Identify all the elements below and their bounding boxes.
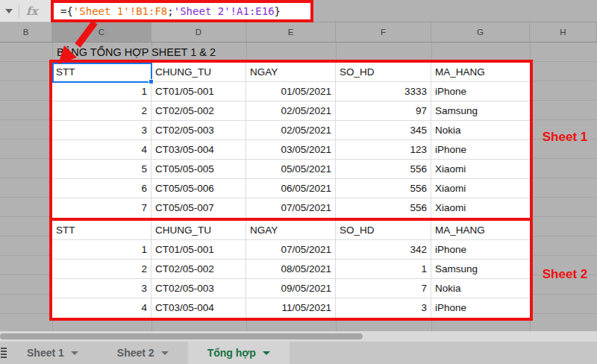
all-sheets-icon[interactable] [0, 342, 7, 364]
cell[interactable]: Xiaomi [431, 198, 530, 218]
cell[interactable]: 3 [336, 298, 431, 318]
cell[interactable]: 7 [52, 198, 151, 218]
cell[interactable]: 123 [336, 140, 431, 160]
table-row: 4CT03/05-00411/05/20213iPhone [52, 298, 530, 318]
cell[interactable]: CT05/05-006 [151, 179, 246, 198]
column-header-E[interactable]: E [246, 22, 336, 42]
cell[interactable]: 2 [52, 101, 151, 121]
cell[interactable]: 5 [52, 160, 151, 179]
cell[interactable]: 6 [52, 179, 151, 198]
table-row: 6CT05/05-00606/05/2021556Xiaomi [52, 179, 530, 198]
cell[interactable]: 02/05/2021 [246, 101, 336, 121]
column-header-B[interactable]: B [0, 22, 52, 42]
sheet-tab-label: Sheet 1 [27, 347, 64, 359]
formula-segment: 'Sheet 2'!A1:E16 [174, 5, 275, 17]
cell[interactable]: iPhone [431, 298, 530, 318]
sheet-tab-label: Sheet 2 [117, 347, 154, 359]
annotation-label-sheet2: Sheet 2 [533, 267, 597, 282]
sheet-grid[interactable]: BẢNG TỔNG HỢP SHEET 1 & 2 STTCHUNG_TUNGA… [0, 43, 597, 331]
cell[interactable]: iPhone [431, 82, 530, 101]
cell[interactable]: CT05/05-007 [151, 198, 246, 218]
header-cell[interactable]: MA_HANG [431, 221, 530, 240]
cell[interactable]: 97 [336, 101, 431, 121]
table-row: 1CT01/05-00107/05/2021342iPhone [52, 240, 530, 260]
sheet-tab-sheet-1[interactable]: Sheet 1 [7, 342, 98, 364]
cell[interactable]: 05/05/2021 [246, 160, 336, 179]
table-row: 5CT05/05-00505/05/2021556Xiaomi [52, 160, 530, 179]
table-row: 1CT01/05-00101/05/20213333iPhone [52, 82, 530, 101]
cell[interactable]: 1 [52, 240, 151, 260]
cell[interactable]: 1 [52, 82, 151, 101]
cell[interactable]: CT01/05-001 [151, 82, 246, 101]
cell[interactable]: 07/05/2021 [246, 240, 336, 260]
cell[interactable]: CT01/05-001 [151, 240, 246, 260]
cell[interactable]: Samsung [431, 260, 530, 279]
name-box-dropdown-icon[interactable] [5, 9, 13, 13]
header-cell[interactable]: SO_HD [336, 221, 431, 240]
cell[interactable]: 345 [336, 121, 431, 140]
tab-dropdown-icon[interactable] [161, 351, 169, 355]
cell[interactable]: CT02/05-003 [151, 279, 246, 298]
horizontal-scrollbar [0, 331, 597, 342]
cell[interactable]: 11/05/2021 [246, 298, 336, 318]
cell[interactable]: 08/05/2021 [246, 260, 336, 279]
table-header-row: STTCHUNG_TUNGAYSO_HDMA_HANG [52, 63, 530, 82]
cell[interactable]: 07/05/2021 [246, 198, 336, 218]
sheet-tab-label: Tổng hợp [207, 347, 256, 359]
cell[interactable]: 06/05/2021 [246, 179, 336, 198]
cell[interactable]: CT02/05-002 [151, 101, 246, 121]
cell[interactable]: 09/05/2021 [246, 279, 336, 298]
cell[interactable]: Nokia [431, 279, 530, 298]
tab-dropdown-icon[interactable] [263, 351, 270, 355]
header-cell[interactable]: MA_HANG [431, 63, 530, 82]
cell[interactable]: 01/05/2021 [246, 82, 336, 101]
cell[interactable]: 4 [52, 298, 151, 318]
formula-input[interactable]: ={'Sheet 1'!B1:F8;'Sheet 2'!A1:E16} [51, 0, 313, 22]
header-cell[interactable]: STT [52, 221, 151, 240]
cell[interactable]: 4 [52, 140, 151, 160]
cell[interactable]: CT02/05-003 [151, 121, 246, 140]
cell[interactable]: 3 [52, 121, 151, 140]
header-cell[interactable]: CHUNG_TU [151, 221, 246, 240]
cell[interactable]: 342 [336, 240, 431, 260]
cell[interactable]: 02/05/2021 [246, 121, 336, 140]
cell[interactable]: 2 [52, 260, 151, 279]
cell[interactable]: CT03/05-004 [151, 140, 246, 160]
cell[interactable]: 1 [336, 260, 431, 279]
column-header-D[interactable]: D [151, 22, 246, 42]
column-header-F[interactable]: F [336, 22, 431, 42]
cell[interactable]: iPhone [431, 240, 530, 260]
cell[interactable]: 556 [336, 179, 431, 198]
tab-dropdown-icon[interactable] [71, 351, 78, 355]
cell[interactable]: 7 [336, 279, 431, 298]
column-header-H[interactable]: H [530, 22, 597, 42]
formula-bar-left: fx [0, 0, 52, 22]
cell[interactable]: Xiaomi [431, 160, 530, 179]
cell[interactable]: Nokia [431, 121, 530, 140]
cell[interactable]: CT03/05-004 [151, 298, 246, 318]
annotation-box-sheet1: STTCHUNG_TUNGAYSO_HDMA_HANG1CT01/05-0010… [49, 60, 533, 221]
table-row: 3CT02/05-00302/05/2021345Nokia [52, 121, 530, 140]
column-header-G[interactable]: G [431, 22, 530, 42]
cell[interactable]: CT02/05-002 [151, 260, 246, 279]
cell[interactable]: Xiaomi [431, 179, 530, 198]
cell[interactable]: 556 [336, 160, 431, 179]
header-cell[interactable]: SO_HD [336, 63, 431, 82]
header-cell[interactable]: NGAY [246, 63, 336, 82]
spreadsheet-app: fx ={'Sheet 1'!B1:F8;'Sheet 2'!A1:E16} B… [0, 0, 597, 364]
column-header-row: BCDEFGH [0, 22, 597, 43]
header-cell[interactable]: CHUNG_TU [151, 63, 246, 82]
cell[interactable]: 556 [336, 198, 431, 218]
header-cell[interactable]: NGAY [246, 221, 336, 240]
cell[interactable]: 3 [52, 279, 151, 298]
header-cell[interactable]: STT [52, 63, 151, 82]
cell[interactable]: CT05/05-005 [151, 160, 246, 179]
cell[interactable]: Samsung [431, 101, 530, 121]
column-header-C[interactable]: C [52, 22, 151, 42]
sheet-tab-sheet-2[interactable]: Sheet 2 [98, 342, 188, 364]
cell[interactable]: iPhone [431, 140, 530, 160]
sheet-tab-tổng-hợp[interactable]: Tổng hợp [188, 342, 290, 364]
cell[interactable]: 3333 [336, 82, 431, 101]
scrollbar-thumb[interactable] [0, 333, 363, 339]
cell[interactable]: 03/05/2021 [246, 140, 336, 160]
